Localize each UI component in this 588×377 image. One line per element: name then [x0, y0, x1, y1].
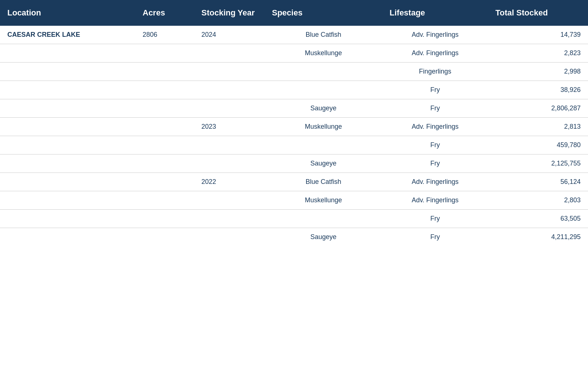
- cell-lifestage: Fry: [382, 154, 488, 173]
- cell-lifestage: Fry: [382, 228, 488, 246]
- cell-year: 2022: [194, 173, 265, 191]
- cell-year: 2024: [194, 26, 265, 44]
- table-row: SaugeyeFry2,806,287: [0, 99, 588, 118]
- cell-species: Blue Catfish: [265, 26, 382, 44]
- cell-total: 2,998: [488, 63, 588, 81]
- cell-acres: [135, 136, 194, 154]
- cell-year: [194, 191, 265, 210]
- cell-lifestage: Adv. Fingerlings: [382, 44, 488, 63]
- cell-species: [265, 136, 382, 154]
- cell-lifestage: Adv. Fingerlings: [382, 26, 488, 44]
- header-species: Species: [265, 0, 382, 26]
- cell-species: Muskellunge: [265, 191, 382, 210]
- table-row: Fry63,505: [0, 210, 588, 228]
- cell-species: Muskellunge: [265, 118, 382, 136]
- cell-lifestage: Fry: [382, 99, 488, 118]
- cell-acres: [135, 210, 194, 228]
- cell-location: [0, 210, 135, 228]
- cell-species: Saugeye: [265, 154, 382, 173]
- cell-year: [194, 136, 265, 154]
- header-acres: Acres: [135, 0, 194, 26]
- cell-year: [194, 81, 265, 99]
- cell-location: [0, 191, 135, 210]
- cell-acres: [135, 44, 194, 63]
- cell-acres: [135, 191, 194, 210]
- cell-lifestage: Fry: [382, 136, 488, 154]
- cell-year: [194, 154, 265, 173]
- header-year: Stocking Year: [194, 0, 265, 26]
- cell-total: 459,780: [488, 136, 588, 154]
- cell-lifestage: Fry: [382, 81, 488, 99]
- cell-species: Muskellunge: [265, 44, 382, 63]
- table-header: Location Acres Stocking Year Species Lif…: [0, 0, 588, 26]
- cell-year: [194, 210, 265, 228]
- cell-total: 38,926: [488, 81, 588, 99]
- cell-location: [0, 44, 135, 63]
- cell-species: Blue Catfish: [265, 173, 382, 191]
- cell-year: [194, 228, 265, 246]
- cell-location: [0, 173, 135, 191]
- cell-lifestage: Adv. Fingerlings: [382, 191, 488, 210]
- cell-acres: [135, 173, 194, 191]
- table-row: Fingerlings2,998: [0, 63, 588, 81]
- cell-lifestage: Adv. Fingerlings: [382, 118, 488, 136]
- table-row: MuskellungeAdv. Fingerlings2,823: [0, 44, 588, 63]
- table-row: 2023MuskellungeAdv. Fingerlings2,813: [0, 118, 588, 136]
- cell-year: [194, 44, 265, 63]
- cell-location: [0, 63, 135, 81]
- cell-acres: [135, 81, 194, 99]
- cell-location: CAESAR CREEK LAKE: [0, 26, 135, 44]
- table-row: Fry459,780: [0, 136, 588, 154]
- cell-total: 4,211,295: [488, 228, 588, 246]
- cell-year: 2023: [194, 118, 265, 136]
- cell-acres: [135, 154, 194, 173]
- cell-location: [0, 228, 135, 246]
- cell-year: [194, 99, 265, 118]
- cell-acres: [135, 228, 194, 246]
- cell-species: Saugeye: [265, 99, 382, 118]
- cell-acres: 2806: [135, 26, 194, 44]
- cell-acres: [135, 63, 194, 81]
- cell-total: 63,505: [488, 210, 588, 228]
- table-row: 2022Blue CatfishAdv. Fingerlings56,124: [0, 173, 588, 191]
- cell-total: 56,124: [488, 173, 588, 191]
- cell-lifestage: Fingerlings: [382, 63, 488, 81]
- table-row: CAESAR CREEK LAKE28062024Blue CatfishAdv…: [0, 26, 588, 44]
- cell-total: 2,125,755: [488, 154, 588, 173]
- table-row: MuskellungeAdv. Fingerlings2,803: [0, 191, 588, 210]
- cell-total: 14,739: [488, 26, 588, 44]
- cell-acres: [135, 118, 194, 136]
- cell-total: 2,803: [488, 191, 588, 210]
- cell-total: 2,806,287: [488, 99, 588, 118]
- cell-location: [0, 118, 135, 136]
- cell-lifestage: Fry: [382, 210, 488, 228]
- header-total: Total Stocked: [488, 0, 588, 26]
- cell-species: [265, 63, 382, 81]
- cell-total: 2,823: [488, 44, 588, 63]
- cell-location: [0, 81, 135, 99]
- header-location: Location: [0, 0, 135, 26]
- cell-location: [0, 136, 135, 154]
- cell-species: Saugeye: [265, 228, 382, 246]
- cell-location: [0, 99, 135, 118]
- cell-species: [265, 210, 382, 228]
- table-row: SaugeyeFry4,211,295: [0, 228, 588, 246]
- header-lifestage: Lifestage: [382, 0, 488, 26]
- stocking-table: Location Acres Stocking Year Species Lif…: [0, 0, 588, 246]
- cell-total: 2,813: [488, 118, 588, 136]
- cell-year: [194, 63, 265, 81]
- cell-lifestage: Adv. Fingerlings: [382, 173, 488, 191]
- table-row: Fry38,926: [0, 81, 588, 99]
- cell-species: [265, 81, 382, 99]
- table-row: SaugeyeFry2,125,755: [0, 154, 588, 173]
- cell-location: [0, 154, 135, 173]
- cell-acres: [135, 99, 194, 118]
